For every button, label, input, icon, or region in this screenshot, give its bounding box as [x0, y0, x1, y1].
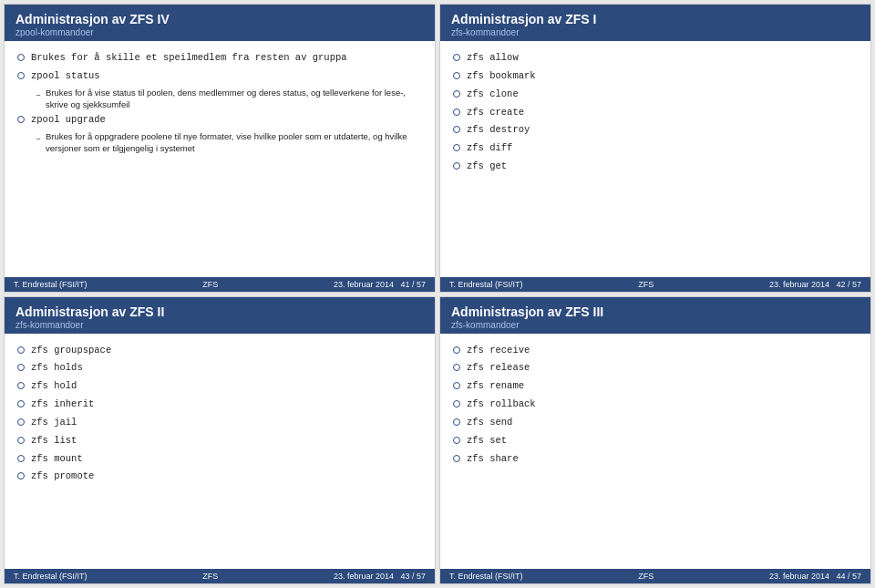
slide-3-footer: T. Endrestal (FSI/IT) ZFS 23. februar 20…	[5, 569, 435, 583]
item-text: zfs release	[467, 360, 530, 377]
list-item: zfs jail	[17, 415, 422, 431]
slide-1: Administrasjon av ZFS IV zpool-kommandoe…	[4, 4, 436, 293]
list-item: zfs get	[453, 159, 858, 175]
slide-2-footer: T. Endrestal (FSI/IT) ZFS 23. februar 20…	[440, 277, 870, 292]
sub-list-item: – Brukes for å vise status til poolen, d…	[36, 87, 422, 111]
bullet-dot	[453, 455, 460, 462]
list-item: zfs diff	[453, 140, 858, 157]
bullet-dot	[453, 90, 460, 98]
item-text: zfs mount	[31, 451, 83, 468]
footer-date-page: 23. februar 2014 44 / 57	[769, 572, 861, 581]
bullet-dot	[453, 162, 460, 170]
slide-4-header: Administrasjon av ZFS III zfs-kommandoer	[440, 297, 870, 334]
bullet-dot	[453, 54, 460, 61]
bullet-dot	[17, 455, 25, 462]
item-text: zfs allow	[467, 50, 519, 67]
list-item: zfs set	[453, 433, 858, 449]
slide-1-footer: T. Endrestal (FSI/IT) ZFS 23. februar 20…	[5, 277, 435, 292]
bullet-dot	[453, 418, 460, 426]
item-text: zfs create	[467, 105, 524, 121]
list-item: zfs inherit	[17, 397, 422, 413]
list-item: zpool status	[17, 68, 422, 85]
footer-left: T. Endrestal (FSI/IT)	[14, 280, 88, 289]
sub-list-item: – Brukes for å oppgradere poolene til ny…	[36, 130, 422, 155]
bullet-dot	[17, 382, 25, 389]
item-text: zfs rollback	[467, 397, 536, 413]
bullet-dot	[453, 382, 460, 389]
list-item: zfs receive	[453, 343, 858, 359]
bullet-dot	[17, 54, 25, 61]
item-text: zfs jail	[31, 415, 77, 431]
list-item: zfs rename	[453, 378, 858, 395]
slide-2-title: Administrasjon av ZFS I	[451, 12, 860, 26]
bullet-dot	[453, 346, 460, 354]
list-item: zfs mount	[17, 451, 422, 468]
item-text: zpool upgrade	[31, 112, 106, 129]
slide-2-subtitle: zfs-kommandoer	[451, 27, 860, 37]
bullet-dot	[17, 437, 25, 444]
slide-2: Administrasjon av ZFS I zfs-kommandoer z…	[439, 4, 871, 293]
bullet-dot	[17, 72, 25, 79]
item-text: zfs hold	[31, 378, 77, 395]
bullet-dot	[453, 437, 460, 444]
list-item: zfs destroy	[453, 122, 858, 139]
bullet-dot	[453, 126, 460, 133]
item-text: zfs send	[467, 415, 512, 431]
footer-left: T. Endrestal (FSI/IT)	[449, 572, 523, 581]
slide-3-title: Administrasjon av ZFS II	[15, 304, 424, 319]
slide-3-body: zfs groupspace zfs holds zfs hold zfs in…	[5, 334, 435, 570]
slide-4-subtitle: zfs-kommandoer	[451, 320, 860, 330]
bullet-dot	[453, 400, 460, 407]
item-text: zfs bookmark	[467, 68, 536, 85]
item-text: zfs destroy	[467, 122, 530, 139]
footer-left: T. Endrestal (FSI/IT)	[449, 280, 523, 289]
slide-1-title: Administrasjon av ZFS IV	[15, 12, 424, 26]
slide-2-header: Administrasjon av ZFS I zfs-kommandoer	[440, 5, 870, 41]
footer-left: T. Endrestal (FSI/IT)	[14, 572, 88, 581]
footer-center: ZFS	[638, 280, 654, 289]
footer-center: ZFS	[638, 572, 654, 581]
bullet-dot	[17, 418, 25, 426]
slide-4: Administrasjon av ZFS III zfs-kommandoer…	[439, 296, 871, 585]
list-item: zfs clone	[453, 87, 858, 103]
bullet-dot	[453, 364, 460, 371]
list-item: zfs hold	[17, 378, 422, 395]
list-item: zfs share	[453, 451, 858, 468]
list-item: zfs allow	[453, 50, 858, 67]
slide-3-subtitle: zfs-kommandoer	[15, 320, 424, 330]
bullet-dot	[453, 108, 460, 116]
sub-item-text: Brukes for å oppgradere poolene til nye …	[46, 130, 422, 155]
bullet-dot	[17, 400, 25, 407]
list-item: zfs create	[453, 105, 858, 121]
item-text: zfs set	[467, 433, 507, 449]
slide-2-body: zfs allow zfs bookmark zfs clone zfs cre…	[440, 41, 870, 277]
slide-4-footer: T. Endrestal (FSI/IT) ZFS 23. februar 20…	[440, 569, 870, 583]
sub-item-text: Brukes for å vise status til poolen, den…	[46, 87, 422, 111]
bullet-dot	[453, 144, 460, 151]
slide-4-body: zfs receive zfs release zfs rename zfs r…	[440, 334, 870, 570]
item-text: zfs clone	[467, 87, 519, 103]
list-item: zfs release	[453, 360, 858, 377]
item-text: zfs share	[467, 451, 519, 468]
item-text: zfs rename	[467, 378, 524, 395]
footer-center: ZFS	[202, 572, 218, 581]
footer-center: ZFS	[202, 280, 218, 289]
slide-1-subtitle: zpool-kommandoer	[15, 27, 424, 37]
item-text: zfs list	[31, 433, 77, 449]
item-text: zfs promote	[31, 469, 94, 485]
list-item: zfs bookmark	[453, 68, 858, 85]
footer-date-page: 23. februar 2014 43 / 57	[334, 572, 426, 581]
list-item: zfs groupspace	[17, 343, 422, 359]
item-text: Brukes for å skille et speilmedlem fra r…	[31, 50, 347, 67]
list-item: Brukes for å skille et speilmedlem fra r…	[17, 50, 422, 67]
list-item: zfs holds	[17, 360, 422, 377]
list-item: zfs rollback	[453, 397, 858, 413]
list-item: zfs send	[453, 415, 858, 431]
slide-4-title: Administrasjon av ZFS III	[451, 304, 860, 319]
item-text: zfs inherit	[31, 397, 94, 413]
list-item: zfs promote	[17, 469, 422, 485]
item-text: zfs diff	[467, 140, 512, 157]
slide-3: Administrasjon av ZFS II zfs-kommandoer …	[4, 296, 436, 585]
slide-1-header: Administrasjon av ZFS IV zpool-kommandoe…	[5, 5, 435, 41]
list-item: zpool upgrade	[17, 112, 422, 129]
